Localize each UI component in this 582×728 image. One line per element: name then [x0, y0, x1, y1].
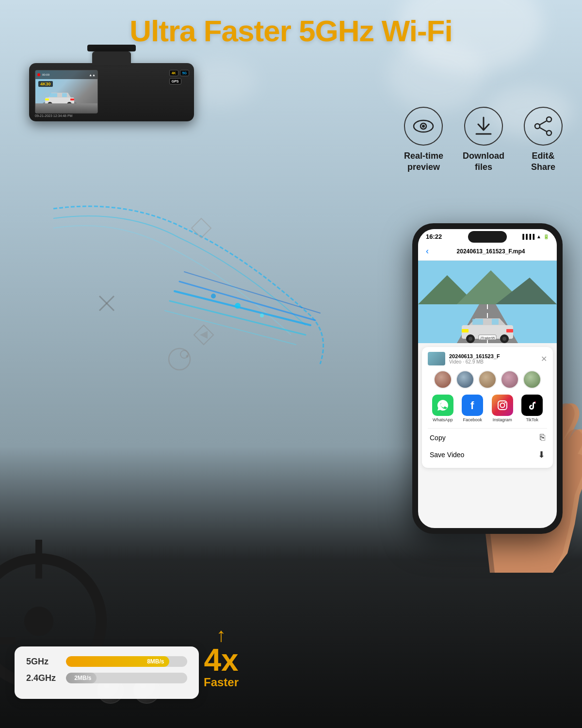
app-whatsapp-wrapper[interactable]: WhatsApp: [432, 395, 453, 422]
svg-rect-4: [62, 93, 67, 97]
svg-point-13: [422, 125, 425, 128]
speed-bar-24g-fill: 2MB/s: [66, 673, 97, 683]
svg-rect-9: [45, 99, 49, 100]
tiktok-icon: [521, 395, 543, 416]
freq-24g-label: 2.4GHz: [26, 673, 60, 683]
svg-line-20: [540, 128, 547, 132]
steering-spoke: [0, 637, 16, 644]
svg-text:f: f: [470, 399, 474, 412]
phone-inner-screen: 16:22 ▐▐▐▐ ▲ 🔋 ‹ 20240613_161523_F.mp4: [418, 229, 557, 528]
phone-nav-bar[interactable]: ‹ 20240613_161523_F.mp4: [418, 242, 557, 261]
svg-rect-10: [70, 99, 74, 100]
instagram-label: Instagram: [493, 417, 512, 422]
svg-point-26: [235, 303, 241, 309]
contact-avatar-1[interactable]: [434, 370, 452, 389]
recording-indicator: [37, 73, 40, 76]
page-title: Ultra Faster 5GHz Wi-Fi: [0, 14, 582, 48]
dashcam-badges: 4K 5G GPS: [169, 70, 189, 84]
svg-line-21: [175, 291, 310, 325]
edit-share-label: Edit&Share: [531, 150, 555, 173]
dashcam-mount: [92, 51, 131, 65]
screen-time: 00:00: [42, 73, 49, 76]
speed-row-5ghz: 5GHz 8MB/s: [26, 656, 187, 667]
svg-point-57: [500, 403, 504, 408]
steering-spoke: [35, 540, 42, 579]
back-arrow-icon[interactable]: ‹: [426, 246, 429, 256]
app-facebook-wrapper[interactable]: f Facebook: [462, 395, 483, 422]
contact-avatar-4[interactable]: [501, 370, 519, 389]
save-video-label: Save Video: [430, 451, 534, 459]
svg-line-25: [184, 272, 320, 313]
svg-line-19: [540, 121, 547, 125]
dashcam-screen-content: 00:00 ▲▲: [35, 70, 97, 113]
badge-5g: 5G: [180, 70, 189, 76]
dashcam-screen: 00:00 ▲▲: [35, 70, 98, 114]
speed-comparison-card: 5GHz 8MB/s 2.4GHz 2MB/s: [15, 646, 199, 699]
svg-point-36: [186, 355, 189, 358]
road-bg: [35, 103, 97, 113]
download-files-icon-circle: [464, 107, 503, 146]
features-section: Real-timepreview Downloadfiles Edit&Shar…: [404, 107, 563, 173]
share-apps-row: WhatsApp f Facebook: [428, 395, 547, 422]
eye-icon: [413, 117, 434, 135]
feature-realtime-preview: Real-timepreview: [404, 107, 443, 173]
video-scene-svg: JTrailer95: [418, 261, 557, 343]
dashcam-device: 00:00 ▲▲: [29, 53, 213, 121]
whatsapp-icon: [432, 395, 453, 416]
phone-nav-filename: 20240613_161523_F.mp4: [433, 248, 549, 255]
contact-avatar-5[interactable]: [523, 370, 541, 389]
share-action-save-video[interactable]: Save Video ⬇: [428, 447, 547, 463]
faster-arrow-icon: ↑: [216, 625, 226, 645]
phone-mockup-container: 16:22 ▐▐▐▐ ▲ 🔋 ‹ 20240613_161523_F.mp4: [412, 223, 567, 534]
badge-row-1: 4K 5G: [169, 70, 189, 76]
badge-4k: 4K: [169, 70, 178, 76]
speed-row-24ghz: 2.4GHz 2MB/s: [26, 673, 187, 683]
svg-point-48: [469, 337, 472, 341]
app-tiktok-wrapper[interactable]: TikTok: [521, 395, 543, 422]
swirl-animation: [29, 170, 344, 388]
svg-marker-33: [200, 331, 208, 339]
svg-point-27: [260, 314, 264, 317]
svg-point-17: [547, 131, 551, 135]
svg-rect-51: [462, 329, 469, 332]
app-instagram-wrapper[interactable]: Instagram: [492, 395, 513, 422]
share-file-info: 20240613_161523_F Video · 62.9 MB: [449, 353, 537, 364]
download-icon: [474, 116, 493, 137]
share-contacts-row: [428, 370, 547, 389]
phone-video-thumbnail: JTrailer95: [418, 261, 557, 343]
resolution-badge: 4K30: [38, 81, 53, 87]
contact-avatar-2[interactable]: [456, 370, 474, 389]
realtime-preview-icon-circle: [404, 107, 443, 146]
instagram-icon: [492, 395, 513, 416]
share-action-copy[interactable]: Copy ⎘: [428, 428, 547, 447]
signal-icon: ▐▐▐▐: [521, 234, 534, 239]
save-video-icon: ⬇: [538, 449, 545, 460]
contact-avatar-3[interactable]: [478, 370, 497, 389]
cloud-decoration: [388, 39, 485, 112]
svg-point-16: [547, 117, 551, 122]
phone-time: 16:22: [426, 233, 442, 240]
phone-notch: [468, 231, 507, 243]
svg-rect-45: [472, 319, 483, 325]
dashcam-mount-top: [87, 45, 136, 51]
svg-rect-46: [492, 319, 499, 325]
svg-text:JTrailer95: JTrailer95: [480, 336, 495, 340]
dashcam-screen-overlay: 00:00 ▲▲: [35, 70, 97, 79]
share-file-thumbnail: [428, 352, 445, 365]
whatsapp-label: WhatsApp: [433, 417, 453, 422]
download-files-label: Downloadfiles: [463, 150, 504, 173]
share-file-name: 20240613_161523_F: [449, 353, 537, 359]
phone-share-section: 20240613_161523_F Video · 62.9 MB ✕: [422, 347, 553, 468]
feature-download-files: Downloadfiles: [463, 107, 504, 173]
speed-bar-5g-fill: 8MB/s: [66, 656, 169, 667]
speed-5g-value: 8MB/s: [147, 658, 164, 665]
svg-point-28: [211, 294, 216, 298]
copy-label: Copy: [430, 434, 536, 442]
facebook-svg: f: [466, 399, 479, 412]
svg-rect-3: [49, 93, 57, 97]
svg-marker-29: [192, 218, 211, 238]
facebook-icon: f: [462, 395, 483, 416]
share-close-icon[interactable]: ✕: [541, 354, 547, 364]
svg-line-23: [179, 281, 315, 320]
share-file-type-size: Video · 62.9 MB: [449, 359, 537, 364]
